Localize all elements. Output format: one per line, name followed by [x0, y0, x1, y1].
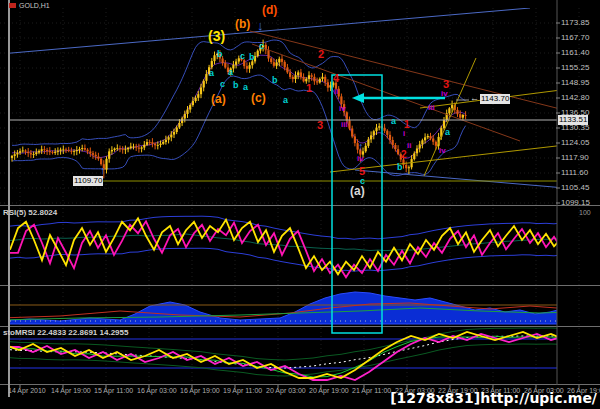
rsi-indicator-label: RSI(5) 52.8024 — [3, 208, 57, 217]
mt4-chart-window: GOLD,H1 1173.851167.701161.401155.251148… — [0, 0, 600, 409]
current-price-tag: 1133.51 — [558, 115, 588, 125]
alert-price-tag[interactable]: 1143.70 — [480, 94, 510, 104]
chart-marker-icon — [9, 3, 16, 8]
watermark: [1278x831]http://upic.me/ — [390, 390, 597, 406]
support-price-tag[interactable]: 1109.70 — [73, 176, 103, 186]
symbol-timeframe-label: GOLD,H1 — [19, 2, 50, 9]
rsi-level-label: 100 — [579, 209, 591, 216]
stoch-indicator-label: stoMRSI 22.4833 22.8691 14.2955 — [3, 328, 128, 337]
alert-arrow-icon: ← — [470, 93, 479, 103]
chart-canvas[interactable] — [0, 0, 600, 409]
